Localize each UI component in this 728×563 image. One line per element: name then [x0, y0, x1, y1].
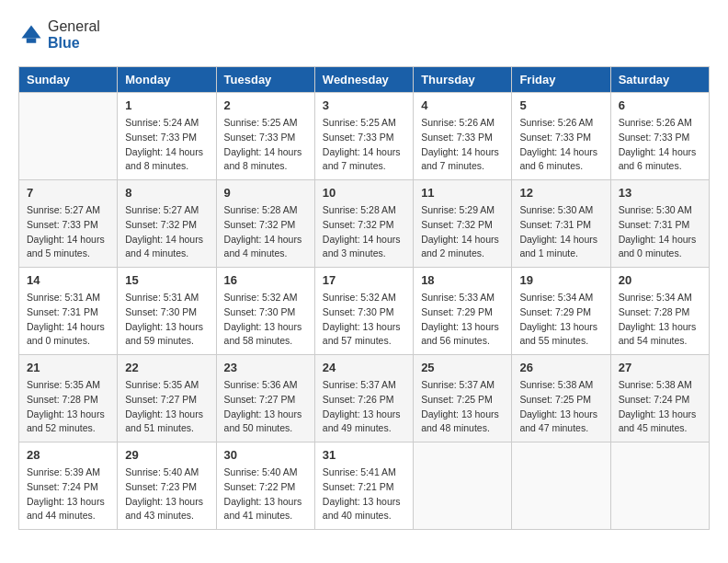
day-info: Sunrise: 5:39 AMSunset: 7:24 PMDaylight:…: [27, 465, 109, 523]
calendar-cell: 21Sunrise: 5:35 AMSunset: 7:28 PMDayligh…: [19, 355, 118, 442]
weekday-header: Saturday: [610, 67, 709, 93]
calendar-cell: 27Sunrise: 5:38 AMSunset: 7:24 PMDayligh…: [610, 355, 709, 442]
day-number: 2: [224, 98, 307, 112]
calendar-header-row: SundayMondayTuesdayWednesdayThursdayFrid…: [19, 67, 710, 93]
day-info: Sunrise: 5:38 AMSunset: 7:24 PMDaylight:…: [619, 378, 701, 436]
calendar-cell: [19, 93, 118, 180]
calendar-week-row: 28Sunrise: 5:39 AMSunset: 7:24 PMDayligh…: [19, 442, 710, 530]
calendar-cell: [610, 442, 709, 530]
calendar-week-row: 1Sunrise: 5:24 AMSunset: 7:33 PMDaylight…: [19, 93, 710, 180]
calendar-cell: 13Sunrise: 5:30 AMSunset: 7:31 PMDayligh…: [610, 180, 709, 268]
calendar-cell: 8Sunrise: 5:27 AMSunset: 7:32 PMDaylight…: [118, 180, 216, 268]
svg-marker-0: [22, 26, 41, 39]
calendar-cell: 3Sunrise: 5:25 AMSunset: 7:33 PMDaylight…: [314, 93, 413, 180]
day-info: Sunrise: 5:26 AMSunset: 7:33 PMDaylight:…: [519, 116, 602, 174]
day-number: 16: [224, 273, 307, 287]
day-number: 9: [224, 186, 307, 200]
day-info: Sunrise: 5:32 AMSunset: 7:30 PMDaylight:…: [224, 291, 307, 349]
day-info: Sunrise: 5:30 AMSunset: 7:31 PMDaylight:…: [619, 203, 701, 261]
day-info: Sunrise: 5:30 AMSunset: 7:31 PMDaylight:…: [519, 203, 602, 261]
logo: General Blue: [18, 18, 100, 52]
day-number: 6: [619, 98, 701, 112]
weekday-header: Tuesday: [216, 67, 314, 93]
day-info: Sunrise: 5:31 AMSunset: 7:31 PMDaylight:…: [27, 291, 109, 349]
calendar-cell: 28Sunrise: 5:39 AMSunset: 7:24 PMDayligh…: [19, 442, 118, 530]
day-info: Sunrise: 5:35 AMSunset: 7:28 PMDaylight:…: [27, 378, 109, 436]
day-info: Sunrise: 5:35 AMSunset: 7:27 PMDaylight:…: [125, 378, 208, 436]
day-number: 15: [125, 273, 208, 287]
day-number: 12: [519, 186, 602, 200]
calendar-cell: 17Sunrise: 5:32 AMSunset: 7:30 PMDayligh…: [314, 268, 413, 355]
day-number: 8: [125, 186, 208, 200]
weekday-header: Sunday: [19, 67, 118, 93]
calendar-cell: 4Sunrise: 5:26 AMSunset: 7:33 PMDaylight…: [414, 93, 512, 180]
day-number: 26: [519, 361, 602, 374]
day-number: 13: [619, 186, 701, 200]
weekday-header: Friday: [512, 67, 610, 93]
day-number: 4: [421, 98, 504, 112]
day-info: Sunrise: 5:33 AMSunset: 7:29 PMDaylight:…: [421, 291, 504, 349]
day-number: 22: [125, 361, 208, 374]
calendar-cell: 24Sunrise: 5:37 AMSunset: 7:26 PMDayligh…: [314, 355, 413, 442]
day-number: 7: [27, 186, 109, 200]
day-info: Sunrise: 5:32 AMSunset: 7:30 PMDaylight:…: [323, 291, 405, 349]
calendar-cell: 15Sunrise: 5:31 AMSunset: 7:30 PMDayligh…: [118, 268, 216, 355]
day-number: 3: [323, 98, 405, 112]
calendar-week-row: 14Sunrise: 5:31 AMSunset: 7:31 PMDayligh…: [19, 268, 710, 355]
calendar-cell: 5Sunrise: 5:26 AMSunset: 7:33 PMDaylight…: [512, 93, 610, 180]
calendar-cell: 12Sunrise: 5:30 AMSunset: 7:31 PMDayligh…: [512, 180, 610, 268]
calendar-cell: 1Sunrise: 5:24 AMSunset: 7:33 PMDaylight…: [118, 93, 216, 180]
day-number: 23: [224, 361, 307, 374]
day-number: 10: [323, 186, 405, 200]
day-info: Sunrise: 5:37 AMSunset: 7:26 PMDaylight:…: [323, 378, 405, 436]
calendar-cell: 11Sunrise: 5:29 AMSunset: 7:32 PMDayligh…: [414, 180, 512, 268]
day-info: Sunrise: 5:28 AMSunset: 7:32 PMDaylight:…: [323, 203, 405, 261]
day-number: 1: [125, 98, 208, 112]
day-number: 30: [224, 448, 307, 462]
svg-rect-1: [27, 39, 37, 43]
day-info: Sunrise: 5:40 AMSunset: 7:22 PMDaylight:…: [224, 465, 307, 523]
calendar-cell: 16Sunrise: 5:32 AMSunset: 7:30 PMDayligh…: [216, 268, 314, 355]
day-info: Sunrise: 5:34 AMSunset: 7:28 PMDaylight:…: [619, 291, 701, 349]
day-info: Sunrise: 5:40 AMSunset: 7:23 PMDaylight:…: [125, 465, 208, 523]
calendar-cell: 9Sunrise: 5:28 AMSunset: 7:32 PMDaylight…: [216, 180, 314, 268]
day-info: Sunrise: 5:25 AMSunset: 7:33 PMDaylight:…: [323, 116, 405, 174]
day-number: 18: [421, 273, 504, 287]
calendar-cell: 18Sunrise: 5:33 AMSunset: 7:29 PMDayligh…: [414, 268, 512, 355]
day-info: Sunrise: 5:27 AMSunset: 7:32 PMDaylight:…: [125, 203, 208, 261]
day-info: Sunrise: 5:34 AMSunset: 7:29 PMDaylight:…: [519, 291, 602, 349]
day-number: 17: [323, 273, 405, 287]
day-number: 25: [421, 361, 504, 374]
calendar-cell: 2Sunrise: 5:25 AMSunset: 7:33 PMDaylight…: [216, 93, 314, 180]
calendar-cell: [414, 442, 512, 530]
day-number: 27: [619, 361, 701, 374]
calendar-cell: 10Sunrise: 5:28 AMSunset: 7:32 PMDayligh…: [314, 180, 413, 268]
day-number: 24: [323, 361, 405, 374]
day-number: 21: [27, 361, 109, 374]
day-info: Sunrise: 5:38 AMSunset: 7:25 PMDaylight:…: [519, 378, 602, 436]
calendar-cell: 30Sunrise: 5:40 AMSunset: 7:22 PMDayligh…: [216, 442, 314, 530]
day-number: 29: [125, 448, 208, 462]
calendar-cell: 22Sunrise: 5:35 AMSunset: 7:27 PMDayligh…: [118, 355, 216, 442]
calendar-cell: 19Sunrise: 5:34 AMSunset: 7:29 PMDayligh…: [512, 268, 610, 355]
day-number: 11: [421, 186, 504, 200]
calendar-cell: 20Sunrise: 5:34 AMSunset: 7:28 PMDayligh…: [610, 268, 709, 355]
day-number: 14: [27, 273, 109, 287]
calendar-cell: 14Sunrise: 5:31 AMSunset: 7:31 PMDayligh…: [19, 268, 118, 355]
calendar-cell: 31Sunrise: 5:41 AMSunset: 7:21 PMDayligh…: [314, 442, 413, 530]
day-info: Sunrise: 5:29 AMSunset: 7:32 PMDaylight:…: [421, 203, 504, 261]
day-info: Sunrise: 5:41 AMSunset: 7:21 PMDaylight:…: [323, 465, 405, 523]
calendar-cell: 7Sunrise: 5:27 AMSunset: 7:33 PMDaylight…: [19, 180, 118, 268]
calendar-cell: [512, 442, 610, 530]
day-number: 28: [27, 448, 109, 462]
day-info: Sunrise: 5:31 AMSunset: 7:30 PMDaylight:…: [125, 291, 208, 349]
day-number: 20: [619, 273, 701, 287]
calendar-cell: 23Sunrise: 5:36 AMSunset: 7:27 PMDayligh…: [216, 355, 314, 442]
day-info: Sunrise: 5:27 AMSunset: 7:33 PMDaylight:…: [27, 203, 109, 261]
logo-icon: [18, 22, 44, 48]
weekday-header: Monday: [118, 67, 216, 93]
weekday-header: Wednesday: [314, 67, 413, 93]
calendar-week-row: 21Sunrise: 5:35 AMSunset: 7:28 PMDayligh…: [19, 355, 710, 442]
day-info: Sunrise: 5:28 AMSunset: 7:32 PMDaylight:…: [224, 203, 307, 261]
day-number: 31: [323, 448, 405, 462]
